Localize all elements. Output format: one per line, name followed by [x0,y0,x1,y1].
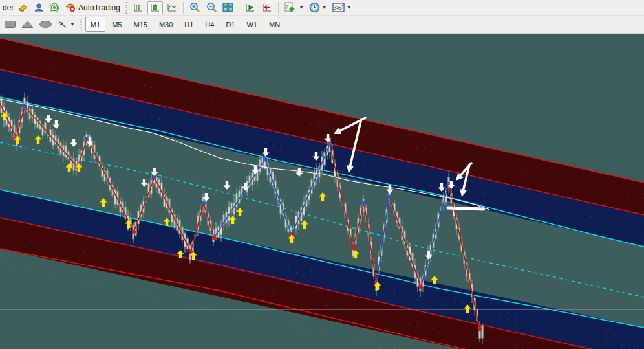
tf-button-m1[interactable]: M1 [85,17,105,32]
periods-button[interactable]: ▼ [307,1,329,14]
tf-button-w1[interactable]: W1 [241,17,263,32]
new-order-label: der [3,3,14,12]
main-toolbar: der AutoTrading [0,0,644,16]
bar-chart-icon [133,3,144,13]
shape-rectangle-icon [4,20,16,28]
tf-button-m5[interactable]: M5 [107,17,127,32]
autotrading-label: AutoTrading [78,3,120,12]
gold-box-button[interactable] [16,1,30,14]
bar-chart-button[interactable] [131,1,146,14]
periods-clock-icon [309,2,320,13]
chevron-down-icon: ▼ [322,5,327,10]
line-chart-button[interactable] [164,1,180,14]
candlestick-chart-button[interactable] [147,1,163,14]
autotrading-robot-icon [65,3,76,12]
tf-button-h4[interactable]: H4 [200,17,219,32]
shape-triangle-button[interactable] [19,18,36,31]
annotation-thick-line [448,208,484,209]
tf-button-m30[interactable]: M30 [154,17,178,32]
indicators-add-icon: f [284,2,297,13]
template-button[interactable]: ▼ [330,1,354,14]
signal-broadcast-icon [49,3,59,12]
zoom-out-button[interactable] [204,1,219,14]
zoom-out-icon [206,2,217,13]
new-order-button[interactable]: der [1,1,15,14]
toolbar-separator [278,2,279,14]
template-chart-icon [332,3,345,12]
tf-button-d1[interactable]: D1 [220,17,240,32]
autotrading-button[interactable]: AutoTrading [63,1,122,14]
publisher-icon [34,3,44,12]
arrows-tool-icon [58,20,68,29]
zoom-in-button[interactable] [187,1,202,14]
zoom-in-icon [189,2,200,13]
toolbar-separator [183,2,184,14]
tile-windows-icon [222,3,233,12]
chevron-down-icon: ▼ [299,5,304,10]
line-chart-icon [166,3,178,13]
shape-rectangle-button[interactable] [2,18,18,31]
publisher-button[interactable] [32,1,46,14]
chart-shift-icon [244,3,256,13]
metatrader-window: { "toolbar": { "order_fragment": "der", … [0,0,644,349]
tf-button-h1[interactable]: H1 [179,17,199,32]
shape-ellipse-icon [39,20,52,28]
chevron-down-icon: ▼ [347,5,352,10]
signal-button[interactable] [47,1,61,14]
auto-scroll-icon [261,3,273,13]
indicators-button[interactable]: f ▼ [282,1,306,14]
arrows-tool-button[interactable]: ▼ [56,18,77,31]
toolbar-separator [290,19,290,30]
timeframe-toolbar: ▼ M1M5M15M30H1H4D1W1MN [0,16,644,33]
toolbar-separator [239,2,239,14]
price-chart-canvas[interactable]: « 0:0:28 [0,34,644,349]
gold-box-icon [18,3,28,12]
chart-shift-button[interactable] [242,1,258,14]
tf-button-m15[interactable]: M15 [128,17,152,32]
shape-ellipse-button[interactable] [37,18,54,31]
timeframe-bar: M1M5M15M30H1H4D1W1MN [85,17,286,32]
shape-triangle-icon [21,20,34,28]
toolbar-grip [125,1,128,14]
tile-windows-button[interactable] [220,1,235,14]
chevron-down-icon: ▼ [70,21,75,27]
tf-button-mn[interactable]: MN [264,17,285,32]
chart-svg [0,34,644,349]
auto-scroll-button[interactable] [259,1,275,14]
candlestick-chart-icon [149,3,161,13]
toolbar-grip [80,18,83,31]
